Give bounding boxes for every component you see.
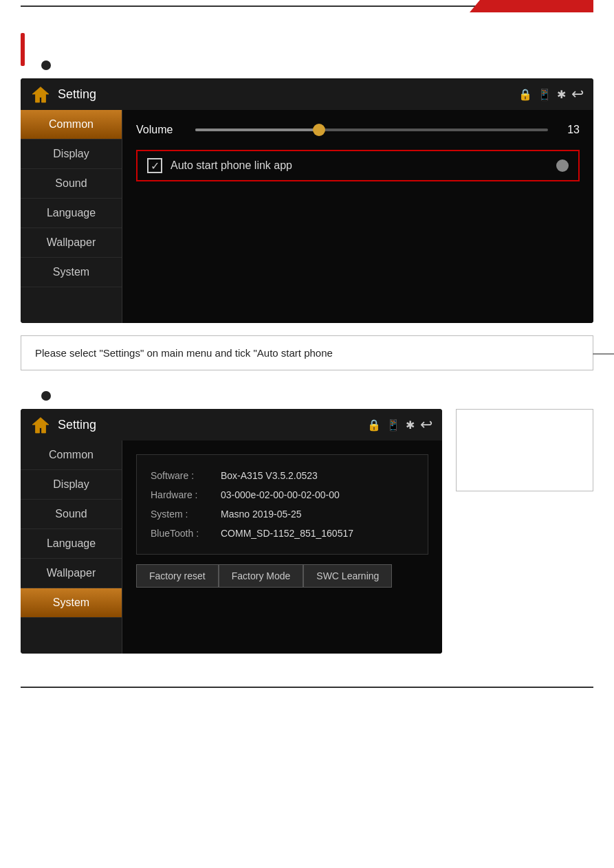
home-icon <box>30 84 51 104</box>
sidebar-item-language[interactable]: Language <box>21 199 122 228</box>
volume-label: Volume <box>136 124 184 136</box>
settings-body-2: Common Display Sound Language Wallpaper <box>21 441 442 654</box>
red-left-bar <box>21 33 25 66</box>
volume-row: Volume 13 <box>136 124 580 136</box>
volume-thumb[interactable] <box>313 124 325 136</box>
sidebar-2: Common Display Sound Language Wallpaper <box>21 441 122 654</box>
bluetooth-icon-2: ✱ <box>406 419 415 432</box>
top-bar-accent <box>470 0 593 12</box>
checkmark-icon: ✓ <box>151 159 160 173</box>
system-info-panel: Software : Box-A315 V3.5.2.0523 Hardware… <box>136 454 428 588</box>
sidebar-item-system[interactable]: System <box>21 258 122 287</box>
bullet-2 <box>41 391 51 401</box>
sidebar-1: Common Display Sound Language Wallpaper … <box>21 110 122 323</box>
page-content <box>0 19 614 40</box>
auto-start-checkbox[interactable]: ✓ <box>147 158 162 173</box>
settings-panel-1: Setting 🔒 📱 ✱ ↩ Common Display Sound <box>21 78 593 323</box>
header-left: Setting <box>30 84 96 104</box>
volume-value: 13 <box>559 124 580 136</box>
settings-header-2: Setting 🔒 📱 ✱ ↩ <box>21 409 442 441</box>
info-row-software: Software : Box-A315 V3.5.2.0523 <box>151 466 414 485</box>
instruction-line <box>593 353 614 355</box>
sidebar-item-sound[interactable]: Sound <box>21 169 122 199</box>
sidebar-item-system-2[interactable]: System <box>21 588 122 618</box>
svg-marker-0 <box>32 87 49 103</box>
second-settings-section: Setting 🔒 📱 ✱ ↩ Common Display <box>21 409 593 654</box>
first-settings-section: Setting 🔒 📱 ✱ ↩ Common Display Sound <box>21 78 593 370</box>
factory-reset-button[interactable]: Factory reset <box>136 564 219 588</box>
settings-title-1: Setting <box>58 87 96 102</box>
instruction-text: Please select "Settings" on main menu an… <box>35 347 333 359</box>
auto-start-row[interactable]: ✓ Auto start phone link app <box>136 150 580 181</box>
settings-panel-2: Setting 🔒 📱 ✱ ↩ Common Display <box>21 409 442 654</box>
sidebar-item-display-2[interactable]: Display <box>21 470 122 500</box>
settings-body-1: Common Display Sound Language Wallpaper … <box>21 110 593 323</box>
sidebar-item-wallpaper-2[interactable]: Wallpaper <box>21 559 122 588</box>
settings-header-1: Setting 🔒 📱 ✱ ↩ <box>21 78 593 110</box>
header-left-2: Setting <box>30 414 96 435</box>
usb-icon-2: 🔒 <box>367 419 381 432</box>
sidebar-item-display[interactable]: Display <box>21 140 122 169</box>
phone-icon: 📱 <box>538 88 551 101</box>
sidebar-item-wallpaper[interactable]: Wallpaper <box>21 228 122 258</box>
bullet-1 <box>41 60 51 70</box>
instruction-box: Please select "Settings" on main menu an… <box>21 335 593 370</box>
bluetooth-val: COMM_SD-1152_851_160517 <box>221 524 353 543</box>
info-row-system: System : Masno 2019-05-25 <box>151 504 414 524</box>
back-button-1[interactable]: ↩ <box>571 85 584 103</box>
back-button-2[interactable]: ↩ <box>420 416 432 434</box>
settings-main-content-2: Software : Box-A315 V3.5.2.0523 Hardware… <box>122 441 442 654</box>
bottom-bar-line <box>21 687 593 688</box>
info-row-bluetooth: BlueTooth : COMM_SD-1152_851_160517 <box>151 524 414 543</box>
header-icons-1: 🔒 📱 ✱ ↩ <box>518 85 584 103</box>
top-decorative-bar <box>0 0 614 12</box>
system-key: System : <box>151 504 212 524</box>
side-info-box <box>456 409 593 491</box>
svg-marker-1 <box>32 418 49 434</box>
sidebar-item-common[interactable]: Common <box>21 110 122 140</box>
settings-main-content-1: Volume 13 ✓ Auto start phone link app <box>122 110 593 323</box>
bottom-bar <box>0 681 614 693</box>
settings-title-2: Setting <box>58 418 96 432</box>
hardware-val: 03-000e-02-00-00-02-00-00 <box>221 485 340 504</box>
sidebar-item-common-2[interactable]: Common <box>21 441 122 470</box>
home-icon-2 <box>30 414 51 435</box>
second-section-row: Setting 🔒 📱 ✱ ↩ Common Display <box>21 409 593 654</box>
auto-start-label: Auto start phone link app <box>171 159 548 172</box>
volume-slider[interactable] <box>195 129 548 131</box>
toggle-circle[interactable] <box>556 159 569 172</box>
bluetooth-icon: ✱ <box>557 88 566 101</box>
hardware-key: Hardware : <box>151 485 212 504</box>
volume-fill <box>195 129 319 131</box>
software-key: Software : <box>151 466 212 485</box>
software-val: Box-A315 V3.5.2.0523 <box>221 466 318 485</box>
factory-mode-button[interactable]: Factory Mode <box>219 564 304 588</box>
swc-learning-button[interactable]: SWC Learning <box>303 564 392 588</box>
system-info-box: Software : Box-A315 V3.5.2.0523 Hardware… <box>136 454 428 555</box>
system-buttons: Factory reset Factory Mode SWC Learning <box>136 564 428 588</box>
sidebar-item-sound-2[interactable]: Sound <box>21 500 122 529</box>
phone-icon-2: 📱 <box>386 419 400 432</box>
info-row-hardware: Hardware : 03-000e-02-00-00-02-00-00 <box>151 485 414 504</box>
sidebar-item-language-2[interactable]: Language <box>21 529 122 559</box>
header-icons-2: 🔒 📱 ✱ ↩ <box>367 416 432 434</box>
bluetooth-key: BlueTooth : <box>151 524 212 543</box>
system-val: Masno 2019-05-25 <box>221 504 302 524</box>
usb-icon: 🔒 <box>518 88 532 101</box>
